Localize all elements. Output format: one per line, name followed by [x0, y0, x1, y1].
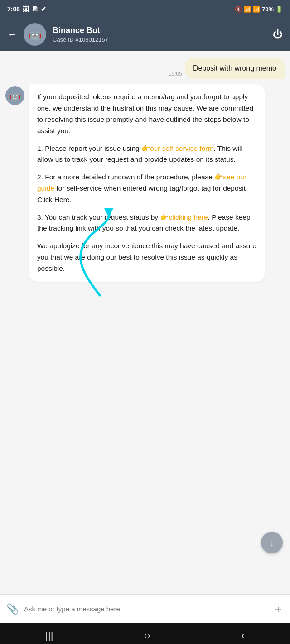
add-icon[interactable]: ＋ [273, 602, 284, 616]
status-bar: 7:06 🖼 🖹 ✔ 🔇 📶 📶 70% 🔋 [0, 0, 290, 18]
chat-wrapper: 19:05 Deposit with wrong memo 🤖 If your … [0, 51, 290, 594]
step2-pre: 2. For a more detailed rundown of the pr… [37, 173, 223, 181]
bot-step2: 2. For a more detailed rundown of the pr… [37, 172, 256, 205]
check-icon: ✔ [41, 5, 46, 13]
chat-input[interactable] [24, 605, 267, 613]
message-timestamp: 19:05 [169, 71, 182, 77]
bot-apology: We apologize for any inconvenience this … [37, 240, 256, 274]
wifi-icon: 📶 [244, 6, 251, 13]
step2-post: for self-service when entered wrong tag/… [37, 184, 246, 203]
time-display: 7:06 [7, 5, 20, 13]
bot-avatar-large: 🤖 [24, 23, 46, 46]
scroll-down-button[interactable]: ↓ [261, 532, 283, 553]
signal-icon: 📶 [253, 6, 260, 13]
bot-message-row: 🤖 If your deposited tokens require a mem… [5, 84, 285, 281]
nav-back[interactable]: ‹ [230, 626, 255, 644]
back-button[interactable]: ← [7, 29, 17, 40]
step3-link[interactable]: clicking here [169, 213, 208, 221]
bot-step1: 1. Please report your issue using 👉our s… [37, 143, 256, 166]
chat-area: 19:05 Deposit with wrong memo 🤖 If your … [0, 51, 290, 594]
bot-name: Binance Bot [53, 26, 266, 35]
user-message-row: 19:05 Deposit with wrong memo [5, 58, 285, 79]
input-bar: 📎 ＋ [0, 594, 290, 623]
nav-home[interactable]: ○ [133, 626, 161, 644]
status-time: 7:06 🖼 🖹 ✔ [7, 5, 46, 13]
bottom-nav: ||| ○ ‹ [0, 623, 290, 644]
bot-intro: If your deposited tokens require a memo/… [37, 91, 256, 136]
user-bubble: Deposit with wrong memo [185, 58, 285, 79]
bot-info: Binance Bot Case ID #108012157 [53, 26, 266, 43]
user-message-text: Deposit with wrong memo [193, 64, 276, 72]
attach-icon[interactable]: 📎 [6, 603, 19, 615]
bot-avatar-small: 🤖 [5, 86, 24, 105]
step3-pre: 3. You can track your request status by … [37, 213, 169, 221]
bot-bubble: If your deposited tokens require a memo/… [29, 84, 265, 281]
power-button[interactable]: ⏻ [273, 29, 283, 40]
step1-link[interactable]: our self-service form [150, 144, 213, 152]
battery-icon: 🔋 [276, 6, 283, 13]
bot-step3: 3. You can track your request status by … [37, 212, 256, 235]
nav-recent-apps[interactable]: ||| [34, 626, 64, 644]
mute-icon: 🔇 [235, 6, 242, 13]
app-bar: ← 🤖 Binance Bot Case ID #108012157 ⏻ [0, 18, 290, 51]
battery-display: 70% [262, 6, 274, 13]
status-right-icons: 🔇 📶 📶 70% 🔋 [235, 6, 283, 13]
step1-pre: 1. Please report your issue using 👉 [37, 144, 150, 152]
message-icon: 🖹 [32, 5, 38, 13]
photo-icon: 🖼 [23, 5, 29, 13]
case-id: Case ID #108012157 [53, 36, 266, 43]
